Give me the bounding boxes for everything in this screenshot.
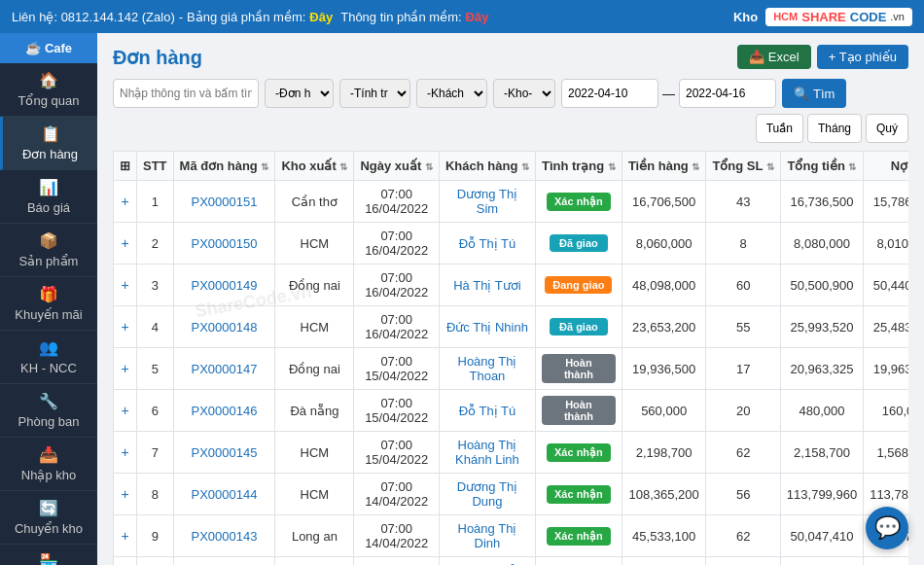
- chat-bubble-button[interactable]: 💬: [866, 507, 908, 549]
- row-khach[interactable]: Đỗ Thị Tú: [439, 390, 535, 432]
- quote-icon: 📊: [39, 178, 58, 196]
- kho-select[interactable]: -Kho-: [493, 79, 555, 108]
- col-kho[interactable]: Kho xuất ⇅: [275, 152, 354, 181]
- row-khach[interactable]: Dương Thị Dung: [439, 474, 535, 515]
- row-khach[interactable]: Hoàng Thị Dinh: [439, 515, 535, 557]
- row-khach[interactable]: Bùi Thị Hải Yến: [439, 557, 535, 566]
- table-header-row: ⊞ STT Mã đơn hàng ⇅ Kho xuất ⇅ Ngày xuất…: [114, 152, 909, 181]
- row-tong-tien: 50,500,900: [780, 265, 863, 306]
- thang-button[interactable]: Tháng: [807, 114, 862, 143]
- row-kho: Long an: [275, 515, 354, 557]
- row-expand[interactable]: +: [114, 390, 137, 432]
- row-ma[interactable]: PX0000147: [173, 348, 275, 390]
- row-tong-tien: 480,000: [780, 390, 863, 432]
- row-expand[interactable]: +: [114, 181, 137, 223]
- row-tong-tien: 16,736,500: [780, 181, 863, 223]
- row-ma[interactable]: PX0000151: [173, 181, 275, 223]
- date-from-input[interactable]: [561, 79, 658, 108]
- sidebar-item-phong-ban[interactable]: 🔧 Phòng ban: [0, 384, 97, 438]
- row-expand[interactable]: +: [114, 306, 137, 348]
- row-expand[interactable]: +: [114, 223, 137, 265]
- sidebar-item-tong-quan[interactable]: 🏠 Tổng quan: [0, 63, 97, 117]
- row-ma[interactable]: PX0000145: [173, 432, 275, 474]
- date-to-input[interactable]: [679, 79, 776, 108]
- bang-gia-link[interactable]: Đây: [309, 10, 333, 24]
- khach-select[interactable]: -Khách: [416, 79, 487, 108]
- table-row: +1PX0000151Cần thơ07:0016/04/2022Dương T…: [114, 181, 909, 223]
- row-tinh-trang: Xác nhận: [535, 515, 622, 557]
- sidebar-item-khuyen-mai[interactable]: 🎁 Khuyến mãi: [0, 277, 97, 331]
- col-tien-hang[interactable]: Tiền hàng ⇅: [622, 152, 706, 181]
- sidebar-item-nhap-kho[interactable]: 📥 Nhập kho: [0, 438, 97, 491]
- col-khach[interactable]: Khách hàng ⇅: [439, 152, 535, 181]
- row-kho: HCM: [275, 474, 354, 515]
- date-range: —: [561, 79, 776, 108]
- row-stt: 10: [137, 557, 174, 566]
- row-no: 25,483,520: [864, 306, 908, 348]
- row-khach[interactable]: Đức Thị Nhinh: [439, 306, 535, 348]
- row-tien-hang: 19,936,500: [622, 348, 706, 390]
- row-stt: 3: [137, 265, 174, 306]
- row-ma[interactable]: PX0000143: [173, 515, 275, 557]
- search-input[interactable]: [113, 79, 259, 108]
- row-expand[interactable]: +: [114, 265, 137, 306]
- col-ma[interactable]: Mã đơn hàng ⇅: [173, 152, 275, 181]
- don-h-select[interactable]: -Đơn h: [265, 79, 334, 108]
- excel-button[interactable]: 📥 Excel: [737, 45, 811, 69]
- sidebar-item-ton-kho[interactable]: 🏪 Tồn kho: [0, 545, 97, 565]
- row-stt: 5: [137, 348, 174, 390]
- row-stt: 6: [137, 390, 174, 432]
- row-no: 1,568,700: [864, 432, 908, 474]
- create-button[interactable]: + Tạo phiếu: [817, 45, 908, 69]
- thong-tin-link[interactable]: Đây: [466, 10, 489, 24]
- row-khach[interactable]: Hoàng Thị Thoan: [439, 348, 535, 390]
- row-khach[interactable]: Dương Thị Sim: [439, 181, 535, 223]
- row-tien-hang: 16,706,500: [622, 181, 706, 223]
- row-expand[interactable]: +: [114, 515, 137, 557]
- sidebar-cafe[interactable]: ☕ Cafe: [0, 33, 97, 63]
- sidebar-item-kh-ncc[interactable]: 👥 KH - NCC: [0, 331, 97, 384]
- row-ma[interactable]: PX0000149: [173, 265, 275, 306]
- date-separator: —: [662, 87, 675, 101]
- tuan-button[interactable]: Tuần: [756, 114, 803, 143]
- row-ma[interactable]: PX0000146: [173, 390, 275, 432]
- row-expand[interactable]: +: [114, 557, 137, 566]
- tinh-tr-select[interactable]: -Tính tr: [339, 79, 410, 108]
- row-tong-tien: 50,047,410: [780, 515, 863, 557]
- search-label: Tìm: [813, 87, 835, 101]
- row-tong-tien: 884,500: [780, 557, 863, 566]
- sidebar-item-bao-gia[interactable]: 📊 Báo giá: [0, 170, 97, 224]
- row-expand[interactable]: +: [114, 348, 137, 390]
- quy-button[interactable]: Quý: [866, 114, 908, 143]
- row-ma[interactable]: PX0000150: [173, 223, 275, 265]
- search-button[interactable]: 🔍 Tìm: [782, 79, 846, 108]
- sidebar-label-kh-ncc: KH - NCC: [20, 361, 77, 375]
- sidebar-item-san-pham[interactable]: 📦 Sản phẩm: [0, 224, 97, 277]
- row-expand[interactable]: +: [114, 474, 137, 515]
- row-expand[interactable]: +: [114, 432, 137, 474]
- row-khach[interactable]: Hoàng Thị Khánh Linh: [439, 432, 535, 474]
- col-tong-tien[interactable]: Tổng tiền ⇅: [780, 152, 863, 181]
- home-icon: 🏠: [39, 71, 58, 89]
- filter-row: -Đơn h -Tính tr -Khách -Kho- — 🔍 Tìm Tu: [113, 79, 908, 143]
- row-khach[interactable]: Hà Thị Tươi: [439, 265, 535, 306]
- row-khach[interactable]: Đỗ Thị Tú: [439, 223, 535, 265]
- col-no[interactable]: Nợ ⇅: [864, 152, 908, 181]
- row-ma[interactable]: PX0000144: [173, 474, 275, 515]
- row-stt: 8: [137, 474, 174, 515]
- col-ngay[interactable]: Ngày xuất ⇅: [354, 152, 440, 181]
- col-tinh-trang[interactable]: Tình trạng ⇅: [535, 152, 622, 181]
- sidebar-item-chuyen-kho[interactable]: 🔄 Chuyển kho: [0, 491, 97, 545]
- row-tien-hang: 8,060,000: [622, 223, 706, 265]
- row-tien-hang: 864,500: [622, 557, 706, 566]
- table-row: +8PX0000144HCM07:0014/04/2022Dương Thị D…: [114, 474, 909, 515]
- col-tong-sl[interactable]: Tổng SL ⇅: [706, 152, 780, 181]
- thong-tin-text: Thông tin phần mềm:: [340, 10, 461, 24]
- row-ma[interactable]: PX0000148: [173, 306, 275, 348]
- row-ma[interactable]: PX0000142: [173, 557, 275, 566]
- row-tinh-trang: Đã giao: [535, 223, 622, 265]
- sidebar: ☕ Cafe 🏠 Tổng quan 📋 Đơn hàng 📊 Báo giá …: [0, 33, 97, 565]
- row-tong-sl: 8: [706, 223, 780, 265]
- sidebar-item-don-hang[interactable]: 📋 Đơn hàng: [0, 117, 97, 170]
- page-title: Đơn hàng: [113, 46, 202, 69]
